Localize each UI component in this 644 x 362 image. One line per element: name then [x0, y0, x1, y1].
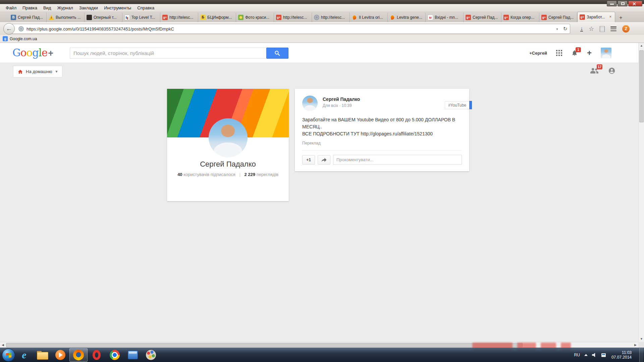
hidden-icons-chevron-icon[interactable] [584, 354, 588, 356]
scroll-right-icon[interactable]: ▶ [633, 342, 638, 348]
profile-avatar[interactable] [209, 118, 248, 157]
comment-input[interactable] [333, 155, 462, 165]
hashtag-label[interactable]: #YouTube [445, 101, 469, 109]
plus-one-button[interactable]: +1 [302, 155, 315, 165]
close-button[interactable] [628, 1, 642, 6]
taskbar-explorer-button[interactable] [33, 348, 51, 362]
url-dropdown-icon[interactable] [554, 27, 560, 31]
notifications-button[interactable]: 1 [571, 50, 578, 56]
profile-name[interactable]: Сергей Падалко [167, 160, 289, 169]
opera-icon [93, 350, 101, 360]
tab[interactable]: БЦИнформ... [198, 13, 236, 22]
site-identity-icon[interactable] [18, 26, 24, 32]
start-button[interactable] [2, 349, 15, 362]
reload-icon[interactable] [560, 26, 570, 32]
screen: Файл Правка Вид Журнал Закладки Инструме… [0, 0, 644, 362]
taskbar-firefox-button[interactable] [69, 348, 88, 362]
gplus-favicon-icon [541, 15, 547, 20]
bookmarks-list-icon[interactable] [600, 26, 605, 32]
menu-history[interactable]: Журнал [54, 5, 76, 11]
horizontal-scroll-thumb[interactable] [6, 343, 523, 347]
search-button[interactable] [266, 48, 288, 59]
menu-bookmarks[interactable]: Закладки [76, 5, 101, 11]
account-avatar[interactable] [601, 48, 611, 58]
language-indicator[interactable]: RU [574, 353, 580, 357]
vertical-scroll-thumb[interactable] [639, 50, 644, 122]
tab[interactable]: http://telesc... [160, 13, 198, 22]
post-time[interactable]: 10:39 [342, 103, 352, 108]
profile-circle-icon[interactable] [608, 67, 615, 74]
app-window-icon [128, 351, 138, 359]
clock[interactable]: 11:03 07.07.2014 [611, 350, 632, 360]
close-tab-icon[interactable] [608, 15, 613, 19]
bookmark-item[interactable]: Google.com.ua [10, 37, 37, 41]
scroll-down-icon[interactable]: ▼ [639, 336, 644, 342]
tab[interactable]: Выполнить ... [47, 13, 85, 22]
z-addon-icon[interactable]: Z [622, 25, 630, 33]
post-audience[interactable]: Для всіх [323, 103, 338, 108]
media-player-icon [55, 350, 65, 360]
menu-file[interactable]: Файл [3, 5, 19, 11]
url-bar[interactable]: https://plus.google.com/u/0/115419940835… [10, 24, 570, 34]
taskbar-opera-button[interactable] [88, 348, 106, 362]
hashtag-ribbon[interactable]: #YouTube [445, 101, 472, 109]
tab[interactable]: Top Level T... [122, 13, 160, 22]
tab[interactable]: Сергей Пад... [9, 13, 47, 22]
action-center-icon[interactable] [601, 353, 606, 357]
taskbar-ie-button[interactable] [15, 348, 33, 362]
new-post-icon[interactable] [587, 50, 592, 56]
tab[interactable]: Фото краси... [236, 13, 274, 22]
vertical-scrollbar[interactable]: ▲ ▼ [638, 43, 644, 342]
share-profile-link[interactable]: +Сергей [529, 51, 547, 56]
menu-tools[interactable]: Инструменты [101, 5, 134, 11]
translate-link[interactable]: Переклад [302, 141, 462, 145]
tab[interactable]: Сергей Пад... [539, 13, 577, 22]
post-author-name[interactable]: Сергей Падалко [323, 97, 360, 102]
bookmark-star-icon[interactable] [589, 25, 594, 33]
tab-active[interactable]: Заработ... [577, 12, 615, 22]
restore-button[interactable] [618, 1, 628, 6]
taskbar-chrome-button[interactable] [106, 348, 124, 362]
scroll-left-icon[interactable]: ◀ [0, 342, 6, 348]
volume-icon[interactable] [592, 353, 597, 357]
chart-favicon-icon [124, 15, 130, 20]
scroll-up-icon[interactable]: ▲ [639, 43, 644, 49]
hamburger-menu-icon[interactable] [610, 26, 616, 31]
url-text[interactable]: https://plus.google.com/u/0/115419940835… [26, 26, 554, 32]
home-nav-dropdown[interactable]: На домашню [13, 66, 62, 77]
gmail-favicon-icon [428, 15, 433, 20]
show-desktop-button[interactable] [639, 348, 643, 362]
back-button[interactable] [3, 23, 15, 35]
profile-stats: 40 користувачів підписалося | 2 229 пере… [167, 172, 289, 177]
tab[interactable]: http://telesc... [274, 13, 312, 22]
post-author-avatar[interactable] [302, 96, 318, 111]
plus-glyph: + [48, 48, 53, 58]
share-button[interactable] [318, 155, 330, 165]
search-input[interactable] [70, 48, 266, 59]
google-plus-logo[interactable]: Google+ [12, 47, 53, 59]
tab[interactable]: Когда опер... [501, 13, 539, 22]
taskbar-paint-button[interactable] [142, 348, 160, 362]
tab[interactable]: Levitra gene... [388, 13, 426, 22]
tab[interactable]: Оперный т... [85, 13, 122, 22]
taskbar-app-window-button[interactable] [124, 348, 142, 362]
minimize-button[interactable] [607, 1, 617, 6]
tab[interactable]: Il Levitra ori... [350, 13, 388, 22]
tab[interactable]: Сергей Пад... [464, 13, 501, 22]
taskbar-media-button[interactable] [51, 348, 69, 362]
post-card: Сергей Падалко Для всіх · 10:39 #YouTube… [295, 89, 469, 171]
share-arrow-icon [321, 158, 327, 162]
tab[interactable]: Вхідні - mn... [426, 13, 464, 22]
apps-grid-icon[interactable] [556, 50, 562, 56]
stats-divider: | [239, 172, 240, 177]
menu-edit[interactable]: Правка [19, 5, 40, 11]
menu-help[interactable]: Справка [134, 5, 157, 11]
menu-view[interactable]: Вид [40, 5, 54, 11]
menu-bar: Файл Правка Вид Журнал Закладки Инструме… [0, 4, 644, 11]
post-text-line[interactable]: ВСЕ ПОДРОБНОСТИ ТУТ http://glopages.ru/a… [302, 130, 462, 137]
people-notifications-button[interactable]: 17 [590, 67, 599, 74]
new-tab-button[interactable] [616, 14, 625, 22]
system-tray: RU 11:03 07.07.2014 [574, 348, 644, 362]
tab[interactable]: http://telesc... [312, 13, 350, 22]
downloads-icon[interactable] [580, 26, 583, 32]
